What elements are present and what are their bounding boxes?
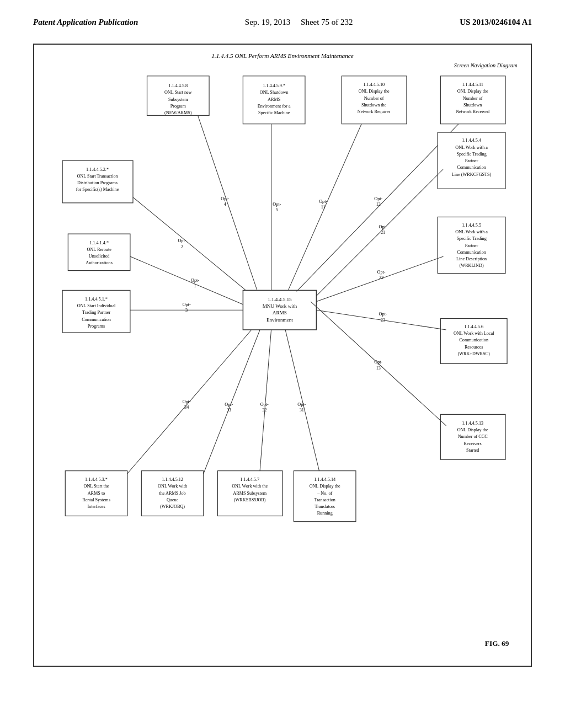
svg-text:ONL Display the: ONL Display the	[359, 89, 390, 94]
svg-text:Environment for a: Environment for a	[258, 104, 291, 109]
header-date-sheet: Sep. 19, 2013 Sheet 75 of 232	[245, 18, 353, 27]
svg-text:Partner: Partner	[465, 243, 478, 248]
svg-text:(WRKJOBQ): (WRKJOBQ)	[160, 504, 185, 509]
svg-text:ONL Shutdown: ONL Shutdown	[260, 90, 289, 95]
svg-text:MNU Work with: MNU Work with	[263, 303, 297, 309]
header-patent-num: US 2013/0246104 A1	[460, 18, 532, 27]
svg-text:1.1.4.4.5.1.*: 1.1.4.4.5.1.*	[85, 297, 108, 302]
svg-text:ONL Start the: ONL Start the	[84, 484, 109, 489]
svg-text:12: 12	[376, 202, 381, 207]
svg-text:Specific Trading: Specific Trading	[456, 152, 486, 157]
svg-text:Line Description: Line Description	[456, 256, 487, 261]
svg-text:Started: Started	[466, 448, 479, 453]
svg-text:1.1.4.4.5.4: 1.1.4.4.5.4	[462, 138, 481, 143]
svg-text:ONL Start Transaction: ONL Start Transaction	[77, 174, 118, 179]
svg-text:Number of CCC: Number of CCC	[458, 434, 488, 439]
svg-text:ONL Work with a: ONL Work with a	[455, 229, 488, 234]
svg-text:Authorizations: Authorizations	[86, 260, 113, 265]
svg-text:Opt-: Opt-	[379, 224, 387, 229]
svg-text:Interfaces: Interfaces	[87, 504, 105, 509]
svg-text:(WRK+DWRSC): (WRK+DWRSC)	[458, 351, 490, 356]
svg-text:Opt-: Opt-	[377, 270, 385, 275]
svg-text:Opt-: Opt-	[374, 196, 382, 201]
svg-text:5: 5	[276, 207, 278, 212]
svg-text:1.1.4.4.5.7: 1.1.4.4.5.7	[240, 477, 259, 482]
diagram-svg: 1.1.4.4.5 ONL Perform ARMS Environment M…	[34, 45, 531, 666]
svg-text:1.1.4.4.5.13: 1.1.4.4.5.13	[462, 421, 483, 426]
svg-text:1.1.4.4.5.5: 1.1.4.4.5.5	[462, 223, 481, 228]
svg-text:1.1.4.4.5.10: 1.1.4.4.5.10	[363, 82, 385, 87]
svg-text:ARMS Subsystem: ARMS Subsystem	[233, 491, 266, 496]
svg-text:Subsystem: Subsystem	[168, 97, 188, 102]
svg-text:Screen Navigation Diagram: Screen Navigation Diagram	[454, 62, 518, 68]
svg-text:33: 33	[227, 408, 231, 413]
svg-text:ONL Start new: ONL Start new	[164, 90, 192, 95]
svg-text:4: 4	[224, 202, 226, 207]
svg-text:21: 21	[381, 230, 385, 235]
svg-text:Running: Running	[317, 511, 333, 516]
svg-text:ONL Display the: ONL Display the	[457, 89, 488, 94]
svg-text:for Specific(s) Machine: for Specific(s) Machine	[76, 187, 119, 192]
svg-text:ONL Reroute: ONL Reroute	[87, 247, 111, 252]
svg-line-65	[133, 197, 246, 291]
svg-text:1: 1	[194, 283, 196, 288]
svg-text:1.1.4.1.4.*: 1.1.4.1.4.*	[89, 240, 109, 245]
svg-text:22: 22	[379, 275, 383, 280]
svg-text:Communication: Communication	[457, 165, 486, 170]
svg-text:ONL Display the: ONL Display the	[310, 484, 340, 489]
svg-text:Shutdown: Shutdown	[463, 103, 482, 108]
svg-text:Network Received: Network Received	[456, 109, 489, 114]
header-date: Sep. 19, 2013	[245, 18, 291, 26]
svg-text:13: 13	[376, 366, 381, 371]
svg-text:– No. of: – No. of	[317, 491, 332, 496]
svg-text:ONL Start Individual: ONL Start Individual	[77, 303, 116, 308]
svg-line-38	[260, 330, 271, 471]
svg-text:Environment: Environment	[266, 317, 293, 323]
svg-text:Number of: Number of	[364, 96, 384, 101]
svg-text:1.1.4.4.5.15: 1.1.4.4.5.15	[268, 297, 292, 302]
svg-text:Unsolicited: Unsolicited	[89, 254, 110, 259]
svg-text:Opt-: Opt-	[178, 238, 186, 243]
svg-text:Line (WRKCFGSTS): Line (WRKCFGSTS)	[452, 172, 492, 177]
svg-text:ONL Work with: ONL Work with	[158, 484, 187, 489]
svg-text:1.1.4.4.5 ONL Perform ARMS Env: 1.1.4.4.5 ONL Perform ARMS Environment M…	[211, 52, 354, 59]
svg-text:1.1.4.4.5.9.*: 1.1.4.4.5.9.*	[263, 83, 285, 88]
svg-text:32: 32	[262, 408, 266, 413]
svg-text:ONL Display the: ONL Display the	[457, 427, 488, 432]
svg-text:Receivers: Receivers	[464, 441, 482, 446]
svg-text:Rental Systems: Rental Systems	[82, 497, 110, 502]
svg-text:ARMS to: ARMS to	[88, 491, 105, 496]
svg-text:3: 3	[185, 308, 188, 313]
svg-text:Opt-: Opt-	[297, 402, 306, 407]
svg-text:Opt-: Opt-	[183, 302, 191, 307]
svg-text:Communication: Communication	[459, 338, 488, 342]
svg-text:Opt-: Opt-	[379, 312, 387, 317]
page: Patent Application Publication Sep. 19, …	[0, 0, 565, 728]
svg-text:Trading Partner: Trading Partner	[82, 310, 111, 315]
svg-text:Shutdown the: Shutdown the	[361, 103, 387, 108]
svg-text:Opt-: Opt-	[374, 360, 382, 365]
svg-text:Communication: Communication	[457, 250, 486, 255]
svg-text:Opt-: Opt-	[225, 402, 233, 407]
svg-text:Programs: Programs	[88, 324, 105, 329]
svg-text:Specific Trading: Specific Trading	[456, 236, 486, 241]
svg-text:1.1.4.4.5.14: 1.1.4.4.5.14	[314, 477, 335, 482]
svg-text:11: 11	[321, 205, 326, 210]
svg-text:1.1.4.4.5.12: 1.1.4.4.5.12	[162, 477, 183, 482]
svg-text:(WRKSBS5JOB): (WRKSBS5JOB)	[234, 497, 266, 502]
svg-text:Opt-: Opt-	[273, 202, 281, 207]
svg-text:Transaction: Transaction	[315, 497, 335, 502]
svg-text:Program: Program	[170, 104, 186, 109]
svg-line-74	[198, 115, 257, 290]
svg-text:Opt-: Opt-	[260, 402, 269, 407]
svg-text:ARMS: ARMS	[273, 310, 287, 315]
svg-text:Queue: Queue	[167, 497, 179, 502]
svg-text:Resources: Resources	[465, 345, 483, 350]
svg-text:Communication: Communication	[82, 317, 111, 322]
svg-text:34: 34	[184, 405, 189, 410]
svg-line-48	[285, 330, 319, 471]
svg-text:Network Requires: Network Requires	[358, 109, 391, 114]
svg-text:the ARMS Job: the ARMS Job	[159, 491, 185, 496]
svg-text:ONL Work with the: ONL Work with the	[232, 484, 268, 489]
svg-text:Partner: Partner	[465, 158, 478, 163]
